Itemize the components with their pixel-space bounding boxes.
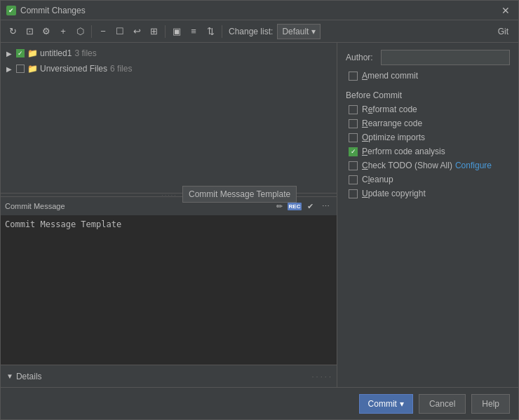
amend-commit-row: Amend commit [346,71,510,81]
bottom-bar: Commit ▾ Cancel Help [1,387,518,419]
checkbox-unversioned[interactable] [16,65,25,73]
rearrange-row: Rearrange code [346,118,510,128]
commit-message-header: Commit Message ✏ REC ✔ ⋯ [1,197,337,215]
change-list-label: Change list: [229,27,273,36]
left-panel: ▶ 📁 untitled1 3 files ▶ 📁 Unversioned Fi… [1,43,337,387]
tree-label-untitled1: untitled1 [40,48,72,58]
cancel-button[interactable]: Cancel [419,394,466,414]
details-label: Details [16,372,42,381]
reformat-checkbox[interactable] [349,105,358,114]
separator-1 [91,25,92,38]
edit-template-button[interactable]: ✏ [272,199,286,213]
perform-checkbox[interactable] [349,147,358,156]
git-label: Git [498,27,508,36]
apply-template-button[interactable]: ✔ [303,199,317,213]
revert-button[interactable]: ↩ [129,24,144,39]
view-button[interactable]: ▣ [169,24,184,39]
author-input[interactable] [381,50,510,65]
remove-button[interactable]: − [95,24,111,39]
tree-label-unversioned: Unversioned Files [40,64,107,74]
amend-label: Amend commit [362,71,418,81]
window-icon: ✔ [6,6,16,15]
help-button[interactable]: Help [471,394,510,414]
perform-row: Perform code analysis [346,147,510,156]
copyright-checkbox[interactable] [349,189,358,198]
more-options-button[interactable]: ⋯ [318,199,332,213]
tree-arrow-1: ▶ [6,50,15,57]
group-button[interactable]: ≡ [186,24,201,39]
details-arrow: ▼ [6,372,13,380]
perform-label: Perform code analysis [362,147,445,156]
commit-button[interactable]: Commit ▾ [359,394,413,414]
commit-arrow: ▾ [400,399,404,409]
refresh-button[interactable]: ↻ [5,24,20,39]
file-tree: ▶ 📁 untitled1 3 files ▶ 📁 Unversioned Fi… [1,43,337,193]
folder-icon-1: 📁 [27,48,37,58]
copyright-row: Update copyright [346,189,510,198]
commit-label: Commit [368,399,397,409]
optimize-row: Optimize imports [346,133,510,142]
cleanup-checkbox[interactable] [349,175,358,184]
checktodo-label: Check TODO (Show All) [362,161,452,170]
close-button[interactable]: ✕ [499,4,513,18]
before-commit-header: Before Commit [346,90,510,100]
right-panel: Author: Amend commit Before Commit Refor… [337,43,518,387]
record-button[interactable]: REC [288,199,302,213]
copyright-label: Update copyright [362,189,426,198]
settings-button[interactable]: ⚙ [39,24,54,39]
tree-arrow-2: ▶ [6,65,15,73]
diff-button[interactable]: ⊡ [22,24,37,39]
separator-2 [165,25,166,38]
commit-message-label: Commit Message [5,202,65,210]
checktodo-checkbox[interactable] [349,161,358,170]
commit-changes-window: ✔ Commit Changes ✕ ↻ ⊡ ⚙ + ⬡ − ☐ ↩ ⊞ ▣ ≡… [0,0,519,420]
commit-message-actions: ✏ REC ✔ ⋯ [272,199,332,213]
toolbar: ↻ ⊡ ⚙ + ⬡ − ☐ ↩ ⊞ ▣ ≡ ⇅ Change list: Def… [1,20,518,43]
tree-item-unversioned[interactable]: ▶ 📁 Unversioned Files 6 files [1,61,337,76]
title-bar: ✔ Commit Changes ✕ [1,1,518,20]
tree-item-untitled1[interactable]: ▶ 📁 untitled1 3 files [1,46,337,61]
checkbox-untitled1[interactable] [16,49,25,57]
change-list-dropdown[interactable]: Default ▾ [277,24,321,39]
optimize-label: Optimize imports [362,133,425,142]
title-bar-left: ✔ Commit Changes [6,6,86,15]
move-button[interactable]: ⬡ [72,24,88,39]
reformat-row: Reformat code [346,104,510,114]
uncheck-button[interactable]: ☐ [112,24,128,39]
commit-message-area: Commit Message ✏ REC ✔ ⋯ Commit Message … [1,196,337,365]
author-label: Author: [346,53,381,62]
folder-icon-2: 📁 [27,64,37,74]
rearrange-checkbox[interactable] [349,119,358,128]
main-content: ▶ 📁 untitled1 3 files ▶ 📁 Unversioned Fi… [1,43,518,387]
details-section[interactable]: ▼ Details · · · · · [1,365,337,387]
cleanup-label: Cleanup [362,175,393,184]
configure-link[interactable]: Configure [455,161,492,170]
separator-3 [222,25,222,38]
reformat-label: Reformat code [362,104,417,114]
commit-message-input[interactable]: Commit Message Template [1,215,337,365]
window-title: Commit Changes [20,6,86,15]
file-count-2: 6 files [110,64,132,74]
sort-button[interactable]: ⇅ [203,24,218,39]
optimize-checkbox[interactable] [349,133,358,142]
file-count-1: 3 files [74,48,96,58]
history-button[interactable]: ⊞ [146,24,161,39]
details-resize-handle[interactable]: · · · · · [311,372,331,381]
amend-checkbox[interactable] [349,72,358,81]
checktodo-row: Check TODO (Show All) Configure [346,161,510,170]
rearrange-label: Rearrange code [362,118,422,128]
author-field-row: Author: [346,50,510,65]
add-button[interactable]: + [55,24,71,39]
cleanup-row: Cleanup [346,175,510,184]
